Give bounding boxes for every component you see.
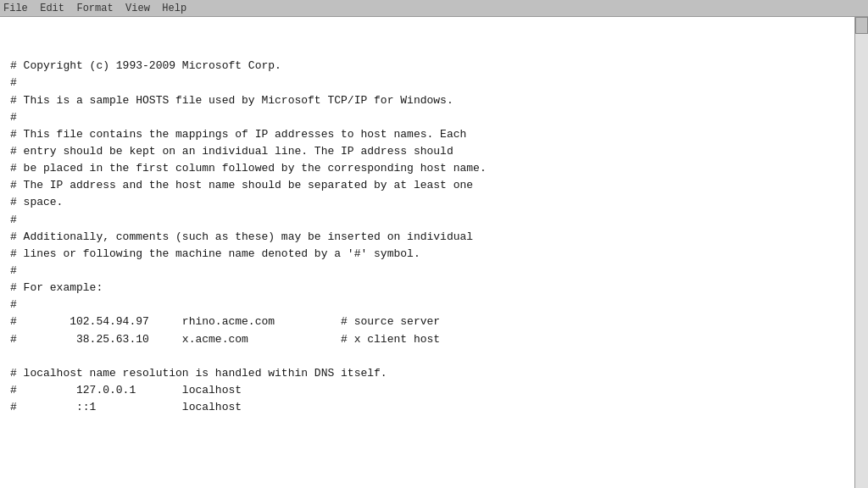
text-line: [10, 348, 841, 365]
vertical-scrollbar[interactable]: [854, 17, 868, 488]
text-line: # space.: [10, 194, 841, 211]
text-line: # The IP address and the host name shoul…: [10, 177, 841, 194]
text-line: # Copyright (c) 1993-2009 Microsoft Corp…: [10, 58, 841, 75]
text-line: #: [10, 263, 841, 280]
text-line: # entry should be kept on an individual …: [10, 143, 841, 160]
hosts-file-content: # Copyright (c) 1993-2009 Microsoft Corp…: [10, 24, 858, 416]
text-line: #: [10, 75, 841, 92]
menu-help[interactable]: Help: [162, 3, 186, 14]
text-line: # 102.54.94.97 rhino.acme.com # source s…: [10, 313, 841, 330]
scrollbar-thumb[interactable]: [855, 17, 868, 34]
text-line: # This is a sample HOSTS file used by Mi…: [10, 92, 841, 109]
text-line: # be placed in the first column followed…: [10, 160, 841, 177]
text-line: # Additionally, comments (such as these)…: [10, 229, 841, 246]
menu-format[interactable]: Format: [76, 3, 113, 14]
text-line: #: [10, 297, 841, 313]
text-line: # For example:: [10, 280, 841, 297]
menu-view[interactable]: View: [125, 3, 150, 14]
notepad-window: File Edit Format View Help # Copyright (…: [0, 0, 868, 488]
menu-edit[interactable]: Edit: [40, 3, 64, 14]
title-bar: File Edit Format View Help: [0, 0, 868, 17]
text-line: # 127.0.0.1 localhost: [10, 382, 841, 399]
text-line: #: [10, 109, 841, 126]
text-line: # 38.25.63.10 x.acme.com # x client host: [10, 331, 841, 348]
menu-file[interactable]: File: [3, 3, 28, 14]
text-editor-area[interactable]: # Copyright (c) 1993-2009 Microsoft Corp…: [0, 17, 868, 488]
text-line: # lines or following the machine name de…: [10, 246, 841, 263]
text-line: #: [10, 212, 841, 229]
text-line: # This file contains the mappings of IP …: [10, 126, 841, 143]
text-line: # ::1 localhost: [10, 399, 841, 416]
text-line: # localhost name resolution is handled w…: [10, 365, 841, 382]
